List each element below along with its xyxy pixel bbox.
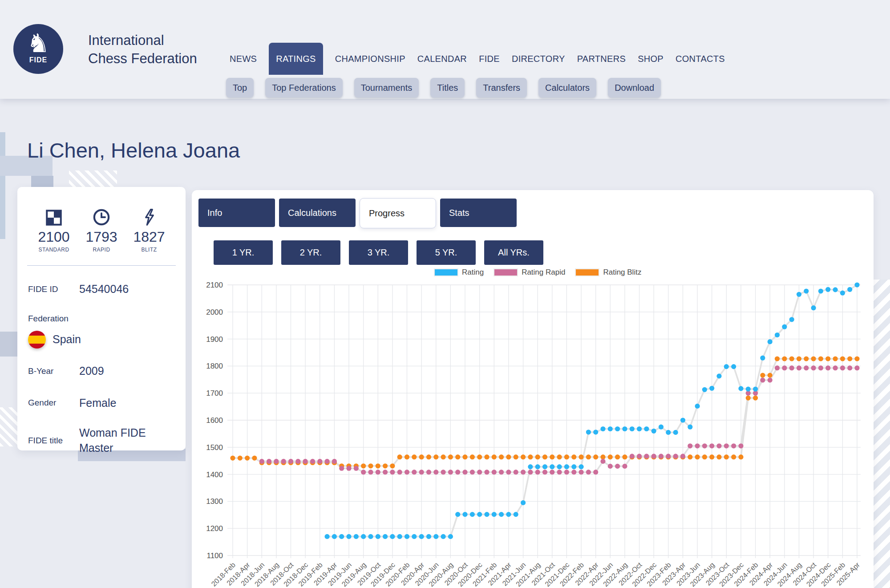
byear-value: 2009: [79, 364, 104, 379]
svg-text:1100: 1100: [206, 552, 223, 560]
spain-flag-icon: [28, 331, 46, 349]
range-button[interactable]: 5 YR.: [417, 240, 476, 265]
svg-text:1600: 1600: [206, 416, 223, 425]
profile-tab[interactable]: Info: [198, 199, 275, 227]
svg-text:2000: 2000: [206, 308, 223, 316]
legend-item[interactable]: Rating Blitz: [575, 268, 641, 277]
fide-id-value: 54540046: [79, 282, 129, 297]
fide-id-row: FIDE ID 54540046: [28, 282, 175, 297]
profile-tabs: InfoCalculationsProgressStats: [198, 199, 517, 228]
nav-item[interactable]: DIRECTORY: [512, 54, 565, 64]
fide-title-label: FIDE title: [28, 436, 79, 446]
svg-text:1200: 1200: [206, 524, 223, 533]
rapid-rating-block: 1793 RAPID: [81, 207, 122, 253]
blitz-rating-value: 1827: [133, 229, 165, 245]
subnav-item[interactable]: Tournaments: [354, 78, 419, 97]
byear-label: B-Year: [28, 366, 79, 376]
ratings-subnav: TopTop FederationsTournamentsTitlesTrans…: [226, 78, 661, 97]
range-button[interactable]: 3 YR.: [349, 240, 408, 265]
subnav-item[interactable]: Transfers: [476, 78, 527, 97]
nav-item[interactable]: RATINGS: [269, 43, 323, 75]
standard-rating-block: 2100 STANDARD: [33, 207, 74, 253]
profile-tab[interactable]: Stats: [440, 199, 517, 227]
standard-rating-value: 2100: [38, 229, 69, 245]
decor-square-left: [0, 332, 18, 357]
site-header: ♞ FIDE International Chess Federation NE…: [0, 0, 890, 99]
fide-id-label: FIDE ID: [28, 284, 79, 294]
nav-item[interactable]: NEWS: [230, 54, 257, 64]
federation-value: Spain: [53, 333, 81, 346]
svg-text:1400: 1400: [206, 470, 223, 479]
fide-logo[interactable]: ♞ FIDE: [13, 24, 63, 74]
subnav-item[interactable]: Calculators: [538, 78, 596, 97]
clock-icon: [92, 207, 111, 227]
fide-title-value: Woman FIDE Master: [79, 426, 159, 456]
gender-value: Female: [79, 396, 116, 411]
subnav-item[interactable]: Download: [608, 78, 661, 97]
standard-rating-label: STANDARD: [38, 247, 69, 253]
svg-text:2100: 2100: [206, 281, 223, 289]
range-button[interactable]: 2 YR.: [281, 240, 340, 265]
legend-label: Rating Rapid: [522, 268, 565, 277]
fide-logo-text: FIDE: [29, 56, 47, 64]
blitz-rating-label: BLITZ: [141, 247, 157, 253]
nav-item[interactable]: SHOP: [638, 54, 663, 64]
brand-line2: Chess Federation: [88, 49, 197, 68]
legend-swatch-icon: [494, 268, 518, 276]
nav-item[interactable]: CHAMPIONSHIP: [335, 54, 405, 64]
legend-item[interactable]: Rating Rapid: [494, 268, 565, 277]
profile-tab[interactable]: Progress: [360, 198, 436, 228]
fide-ratings-page: ♞ FIDE International Chess Federation NE…: [0, 0, 890, 588]
player-info-card: 2100 STANDARD 1793 RAPID 1827 BLITZ F: [17, 187, 186, 450]
ratings-summary: 2100 STANDARD 1793 RAPID 1827 BLITZ: [17, 187, 186, 253]
byear-row: B-Year 2009: [28, 364, 175, 379]
player-details: FIDE ID 54540046 Federation Spain B-Year…: [28, 282, 175, 456]
federation-row: Federation Spain: [28, 314, 175, 349]
legend-item[interactable]: Rating: [434, 268, 484, 277]
legend-label: Rating: [462, 268, 484, 277]
subnav-item[interactable]: Top: [226, 78, 254, 97]
svg-text:1800: 1800: [206, 362, 223, 370]
brand-line1: International: [88, 31, 197, 49]
range-button[interactable]: 1 YR.: [214, 240, 273, 265]
range-button[interactable]: All YRs.: [484, 240, 543, 265]
card-divider: [27, 265, 176, 266]
chart-legend: Rating Rating Rapid Rating Blitz: [434, 268, 641, 277]
legend-swatch-icon: [575, 268, 599, 276]
ratings-progress-chart: 2018-Feb2018-Apr2018-Jun2018-Aug2018-Oct…: [191, 265, 879, 588]
gender-label: Gender: [28, 398, 79, 408]
rapid-rating-label: RAPID: [93, 247, 110, 253]
time-range-buttons: 1 YR.2 YR.3 YR.5 YR.All YRs.: [214, 240, 543, 265]
brand-name: International Chess Federation: [88, 31, 197, 68]
rapid-rating-value: 1793: [85, 229, 117, 245]
nav-item[interactable]: CALENDAR: [417, 54, 467, 64]
chessboard-icon: [44, 207, 63, 227]
svg-text:1900: 1900: [206, 335, 223, 344]
svg-text:1700: 1700: [206, 389, 223, 397]
lightning-icon: [140, 207, 158, 227]
legend-swatch-icon: [434, 268, 458, 276]
blitz-rating-block: 1827 BLITZ: [129, 207, 170, 253]
decor-left-bar: [0, 132, 5, 239]
svg-text:1500: 1500: [206, 443, 223, 452]
player-name-title: Li Chen, Helena Joana: [27, 138, 240, 162]
subnav-item[interactable]: Top Federations: [265, 78, 342, 97]
nav-item[interactable]: PARTNERS: [577, 54, 626, 64]
legend-label: Rating Blitz: [603, 268, 641, 277]
subnav-item[interactable]: Titles: [430, 78, 465, 97]
nav-item[interactable]: FIDE: [479, 54, 500, 64]
knight-icon: ♞: [27, 31, 50, 55]
svg-text:1300: 1300: [206, 497, 223, 506]
gender-row: Female Gender Female: [28, 396, 175, 411]
nav-item[interactable]: CONTACTS: [676, 54, 725, 64]
profile-tab[interactable]: Calculations: [279, 199, 356, 227]
fide-title-row: FIDE title Woman FIDE Master: [28, 426, 175, 456]
federation-label: Federation: [28, 314, 79, 324]
main-nav: NEWSRATINGSCHAMPIONSHIPCALENDARFIDEDIREC…: [230, 43, 725, 75]
